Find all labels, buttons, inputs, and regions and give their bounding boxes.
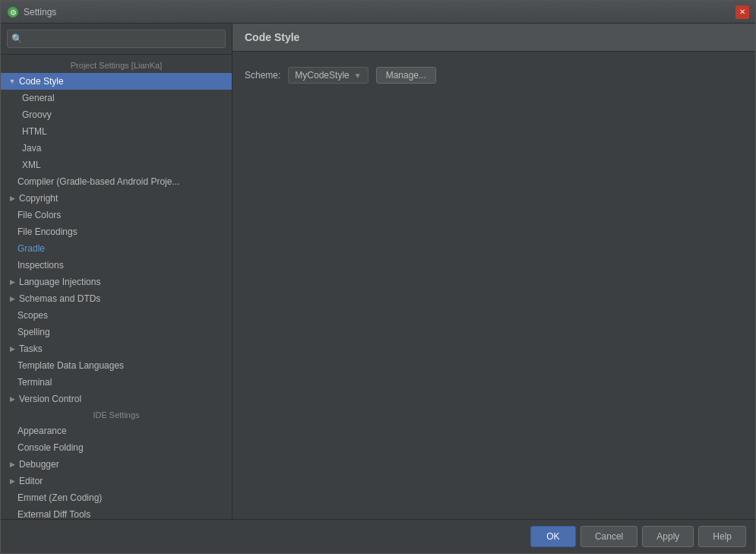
arrow-icon: ▶ (7, 293, 17, 304)
search-wrapper: 🔍 (7, 30, 226, 48)
tree-item-template-data-languages[interactable]: Template Data Languages (1, 357, 232, 374)
svg-text:⚙: ⚙ (10, 8, 17, 17)
tree-item-label: Terminal (17, 377, 52, 388)
tree-item-label: Copyright (19, 193, 58, 204)
search-icon: 🔍 (11, 33, 23, 44)
title-bar: ⚙ Settings ✕ (1, 1, 755, 24)
spacer-icon (7, 492, 17, 503)
content-area: 🔍 Project Settings [LianKa] ▼ Code Style… (1, 24, 755, 519)
tree-item-label: Language Injections (19, 277, 100, 287)
manage-button[interactable]: Manage... (376, 67, 436, 84)
scheme-value: MyCodeStyle (295, 70, 349, 81)
panel-header: Code Style (232, 24, 755, 52)
ok-button[interactable]: OK (530, 526, 576, 547)
spacer-icon (7, 226, 17, 237)
tree-item-label: Gradle (17, 243, 45, 254)
panel-content: Scheme: MyCodeStyle ▼ Manage... (232, 52, 755, 519)
ide-section-header: IDE Settings (1, 407, 232, 423)
chevron-down-icon: ▼ (354, 71, 362, 80)
tree-item-copyright[interactable]: ▶ Copyright (1, 190, 232, 207)
spacer-icon (7, 243, 17, 254)
tree-item-label: Code Style (19, 76, 64, 87)
tree-item-label: Debugger (19, 459, 59, 470)
tree-item-debugger[interactable]: ▶ Debugger (1, 456, 232, 473)
tree-item-external-diff-tools[interactable]: External Diff Tools (1, 506, 232, 519)
right-panel: Code Style Scheme: MyCodeStyle ▼ Manage.… (232, 24, 755, 519)
tree-item-file-encodings[interactable]: File Encodings (1, 223, 232, 240)
tree-item-label: Spelling (17, 327, 50, 337)
tree-item-schemas-dtds[interactable]: ▶ Schemas and DTDs (1, 290, 232, 307)
tree-item-version-control[interactable]: ▶ Version Control (1, 391, 232, 407)
arrow-icon: ▶ (7, 277, 17, 287)
tree-item-language-injections[interactable]: ▶ Language Injections (1, 274, 232, 290)
tree-item-label: Editor (19, 476, 43, 486)
tree-item-label: Version Control (19, 394, 81, 404)
spacer-icon (7, 360, 17, 371)
spacer-icon (7, 176, 17, 187)
tree-item-label: Emmet (Zen Coding) (17, 492, 102, 503)
tree-item-label: External Diff Tools (17, 509, 90, 519)
tree-item-label: Compiler (Gradle-based Android Proje... (17, 176, 179, 187)
cancel-button[interactable]: Cancel (580, 526, 637, 547)
left-panel: 🔍 Project Settings [LianKa] ▼ Code Style… (1, 24, 232, 519)
tree-container: Project Settings [LianKa] ▼ Code Style G… (1, 55, 232, 519)
tree-item-label: General (22, 93, 55, 103)
settings-window: ⚙ Settings ✕ 🔍 Project Settings [LianKa]… (0, 0, 756, 554)
window-title: Settings (24, 7, 735, 17)
tree-item-label: Schemas and DTDs (19, 293, 100, 304)
tree-item-xml[interactable]: XML (1, 157, 232, 173)
spacer-icon (7, 377, 17, 388)
tree-item-spelling[interactable]: Spelling (1, 324, 232, 340)
tree-item-tasks[interactable]: ▶ Tasks (1, 340, 232, 357)
tree-item-html[interactable]: HTML (1, 123, 232, 140)
tree-item-general[interactable]: General (1, 90, 232, 106)
tree-item-label: HTML (22, 126, 47, 137)
tree-item-terminal[interactable]: Terminal (1, 374, 232, 391)
tree-item-label: Appearance (17, 426, 67, 436)
scheme-dropdown[interactable]: MyCodeStyle ▼ (288, 67, 368, 84)
search-input[interactable] (7, 30, 226, 48)
tree-item-label: Template Data Languages (17, 360, 124, 371)
app-icon: ⚙ (7, 6, 19, 18)
tree-item-gradle[interactable]: Gradle (1, 240, 232, 257)
help-button[interactable]: Help (698, 526, 746, 547)
tree-item-scopes[interactable]: Scopes (1, 307, 232, 324)
tree-item-label: File Encodings (17, 226, 77, 237)
tree-item-emmet[interactable]: Emmet (Zen Coding) (1, 489, 232, 506)
spacer-icon (7, 509, 17, 519)
spacer-icon (7, 210, 17, 220)
tree-item-compiler[interactable]: Compiler (Gradle-based Android Proje... (1, 173, 232, 190)
tree-item-label: Inspections (17, 260, 64, 271)
tree-item-label: XML (22, 160, 41, 170)
tree-item-java[interactable]: Java (1, 140, 232, 157)
tree-item-inspections[interactable]: Inspections (1, 257, 232, 274)
tree-item-label: Java (22, 143, 41, 154)
tree-item-groovy[interactable]: Groovy (1, 106, 232, 123)
bottom-bar: OK Cancel Apply Help (1, 519, 755, 553)
tree-item-label: Groovy (22, 109, 52, 120)
arrow-icon: ▼ (7, 76, 17, 87)
spacer-icon (7, 442, 17, 453)
tree-item-code-style[interactable]: ▼ Code Style (1, 73, 232, 90)
tree-item-file-colors[interactable]: File Colors (1, 207, 232, 223)
project-section-header: Project Settings [LianKa] (1, 58, 232, 73)
arrow-icon: ▶ (7, 394, 17, 404)
arrow-icon: ▶ (7, 476, 17, 486)
arrow-icon: ▶ (7, 343, 17, 354)
tree-item-label: Scopes (17, 310, 48, 321)
tree-item-console-folding[interactable]: Console Folding (1, 439, 232, 456)
arrow-icon: ▶ (7, 459, 17, 470)
tree-item-appearance[interactable]: Appearance (1, 423, 232, 439)
spacer-icon (7, 260, 17, 271)
tree-item-label: Tasks (19, 343, 43, 354)
spacer-icon (7, 426, 17, 436)
spacer-icon (7, 327, 17, 337)
tree-item-editor[interactable]: ▶ Editor (1, 473, 232, 489)
scheme-label: Scheme: (245, 70, 280, 81)
scheme-row: Scheme: MyCodeStyle ▼ Manage... (245, 67, 743, 84)
panel-title: Code Style (245, 31, 299, 43)
apply-button[interactable]: Apply (642, 526, 694, 547)
close-button[interactable]: ✕ (735, 5, 749, 19)
spacer-icon (7, 310, 17, 321)
tree-item-label: Console Folding (17, 442, 84, 453)
